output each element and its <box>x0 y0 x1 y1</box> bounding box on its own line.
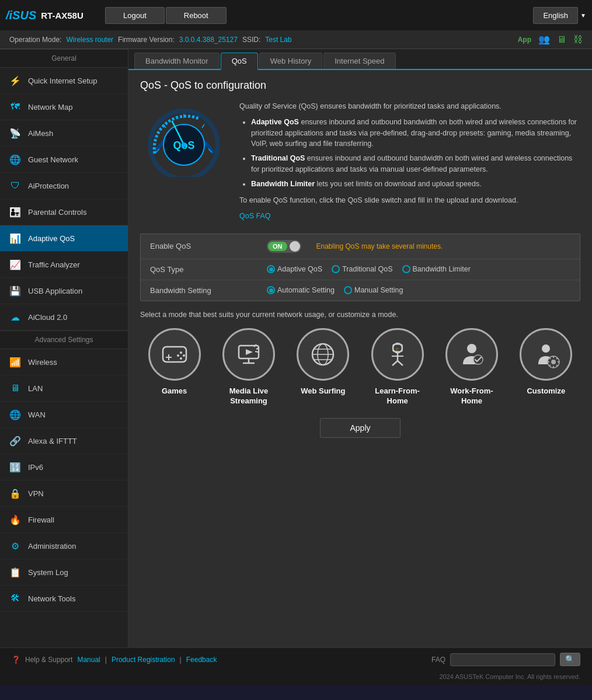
svg-line-23 <box>255 351 258 352</box>
faq-search-button[interactable]: 🔍 <box>560 653 580 666</box>
games-icon-circle <box>148 328 201 381</box>
firmware-value[interactable]: 3.0.0.4.388_25127 <box>179 36 238 44</box>
mode-web-surfing[interactable]: Web Surfing <box>294 328 352 396</box>
wan-icon: 🌐 <box>8 408 22 422</box>
faq-section: FAQ 🔍 <box>431 653 580 666</box>
apply-button[interactable]: Apply <box>320 418 400 438</box>
main-layout: General ⚡ Quick Internet Setup 🗺 Network… <box>0 49 592 647</box>
operation-mode-value[interactable]: Wireless router <box>66 36 113 44</box>
reboot-button[interactable]: Reboot <box>166 7 227 24</box>
sidebar-label-traffic-analyzer: Traffic Analyzer <box>28 260 80 269</box>
radio-adaptive-label: Adaptive QoS <box>277 265 322 273</box>
sidebar-item-system-log[interactable]: 📋 System Log <box>0 559 128 586</box>
qos-description-area: QoS Quality of Service (QoS) ensures ban… <box>140 101 580 222</box>
radio-manual-label: Manual Setting <box>354 286 403 294</box>
sidebar-label-administration: Administration <box>28 542 76 551</box>
sidebar-item-usb-application[interactable]: 💾 USB Application <box>0 278 128 304</box>
radio-automatic-dot <box>267 286 275 294</box>
sidebar-item-ipv6[interactable]: 🔢 IPv6 <box>0 454 128 480</box>
sidebar-label-lan: LAN <box>28 384 43 393</box>
sidebar-label-adaptive-qos: Adaptive QoS <box>28 234 75 243</box>
tab-web-history[interactable]: Web History <box>259 53 323 69</box>
feedback-link[interactable]: Feedback <box>186 656 217 664</box>
radio-bandwidth-limiter-dot <box>402 265 410 273</box>
mode-icons-grid: Games Med <box>140 328 580 406</box>
sidebar-item-aimesh[interactable]: 📡 AiMesh <box>0 120 128 147</box>
sidebar-item-wireless[interactable]: 📶 Wireless <box>0 349 128 375</box>
sidebar-item-vpn[interactable]: 🔒 VPN <box>0 480 128 507</box>
header: /iSUS RT-AX58U Logout Reboot English ▼ <box>0 0 592 30</box>
sidebar-item-network-map[interactable]: 🗺 Network Map <box>0 94 128 120</box>
language-dropdown-icon[interactable]: ▼ <box>580 12 586 19</box>
sidebar-label-aiprotection: AiProtection <box>28 182 69 190</box>
games-label: Games <box>162 386 187 396</box>
radio-manual-dot <box>344 286 352 294</box>
media-streaming-label: Media Live Streaming <box>229 386 268 406</box>
svg-point-15 <box>180 357 182 360</box>
product-registration-link[interactable]: Product Registration <box>112 656 175 664</box>
sidebar-item-network-tools[interactable]: 🛠 Network Tools <box>0 586 128 612</box>
qos-type-label: QoS Type <box>150 265 267 274</box>
network-map-icon: 🗺 <box>8 100 22 114</box>
qos-type-adaptive[interactable]: Adaptive QoS <box>267 265 322 273</box>
sidebar-item-aiprotection[interactable]: 🛡 AiProtection <box>0 173 128 199</box>
svg-point-4 <box>182 142 186 147</box>
mode-work-from-home[interactable]: Work-From- Home <box>443 328 501 406</box>
bullet-bandwidth-limiter-bold: Bandwidth Limiter <box>251 180 315 188</box>
tab-internet-speed[interactable]: Internet Speed <box>323 53 395 69</box>
sidebar-item-quick-internet-setup[interactable]: ⚡ Quick Internet Setup <box>0 68 128 94</box>
sidebar-item-aicloud[interactable]: ☁ AiCloud 2.0 <box>0 304 128 330</box>
faq-label: FAQ <box>431 656 445 664</box>
sidebar-item-adaptive-qos[interactable]: 📊 Adaptive QoS <box>0 225 128 252</box>
sidebar-label-wan: WAN <box>28 410 46 419</box>
help-support-icon: ❓ <box>12 656 20 664</box>
logout-button[interactable]: Logout <box>105 7 165 24</box>
mode-games[interactable]: Games <box>145 328 204 396</box>
parental-controls-icon: 👨‍👧 <box>8 205 22 219</box>
customize-icon-circle <box>520 328 572 381</box>
mode-learn-from-home[interactable]: 🎓 Learn-From- Home <box>368 328 427 406</box>
learn-from-home-icon-circle: 🎓 <box>371 328 424 381</box>
sidebar-item-administration[interactable]: ⚙ Administration <box>0 533 128 559</box>
sidebar-item-guest-network[interactable]: 🌐 Guest Network <box>0 147 128 173</box>
qos-toggle[interactable]: ON <box>267 240 301 253</box>
language-selector[interactable]: English ▼ <box>533 7 586 24</box>
qos-faq-link[interactable]: QoS FAQ <box>239 211 580 222</box>
svg-rect-10 <box>163 347 186 362</box>
sidebar-item-lan[interactable]: 🖥 LAN <box>0 375 128 402</box>
svg-line-45 <box>549 358 551 359</box>
qos-logo: QoS <box>140 101 228 177</box>
sidebar-label-firewall: Firewall <box>28 516 54 524</box>
page-body: QoS - QoS to configuration <box>128 70 592 647</box>
sidebar-item-firewall[interactable]: 🔥 Firewall <box>0 507 128 533</box>
ssid-value[interactable]: Test Lab <box>265 36 291 44</box>
tab-bandwidth-monitor[interactable]: Bandwidth Monitor <box>134 53 220 69</box>
mode-media-live-streaming[interactable]: Media Live Streaming <box>220 328 278 406</box>
qos-type-traditional[interactable]: Traditional QoS <box>332 265 392 273</box>
qos-bullets: Adaptive QoS ensures inbound and outboun… <box>239 117 580 190</box>
bandwidth-setting-row: Bandwidth Setting Automatic Setting Manu… <box>141 280 580 301</box>
app-label[interactable]: App <box>518 36 531 44</box>
faq-search-input[interactable] <box>450 653 555 666</box>
sidebar-item-traffic-analyzer[interactable]: 📈 Traffic Analyzer <box>0 252 128 278</box>
sidebar-item-parental-controls[interactable]: 👨‍👧 Parental Controls <box>0 199 128 225</box>
traffic-analyzer-icon: 📈 <box>8 257 22 271</box>
qos-type-bandwidth-limiter[interactable]: Bandwidth Limiter <box>402 265 471 273</box>
web-surfing-icon-circle <box>297 328 349 381</box>
sidebar-item-wan[interactable]: 🌐 WAN <box>0 402 128 428</box>
vpn-icon: 🔒 <box>8 486 22 500</box>
svg-line-8 <box>202 124 204 128</box>
toggle-ball <box>290 241 300 252</box>
bandwidth-setting-value: Automatic Setting Manual Setting <box>267 286 570 294</box>
bullet-bandwidth-limiter-text: lets you set limits on download and uplo… <box>317 180 482 188</box>
tab-bar: Bandwidth Monitor QoS Web History Intern… <box>128 49 592 70</box>
web-surfing-label: Web Surfing <box>301 386 345 396</box>
bandwidth-automatic[interactable]: Automatic Setting <box>267 286 335 294</box>
manual-link[interactable]: Manual <box>77 656 100 664</box>
language-button[interactable]: English <box>533 7 578 24</box>
qos-type-row: QoS Type Adaptive QoS Traditional QoS <box>141 259 580 280</box>
mode-customize[interactable]: Customize <box>517 328 575 396</box>
tab-qos[interactable]: QoS <box>221 53 258 70</box>
bandwidth-manual[interactable]: Manual Setting <box>344 286 403 294</box>
sidebar-item-alexa-ifttt[interactable]: 🔗 Alexa & IFTTT <box>0 428 128 454</box>
